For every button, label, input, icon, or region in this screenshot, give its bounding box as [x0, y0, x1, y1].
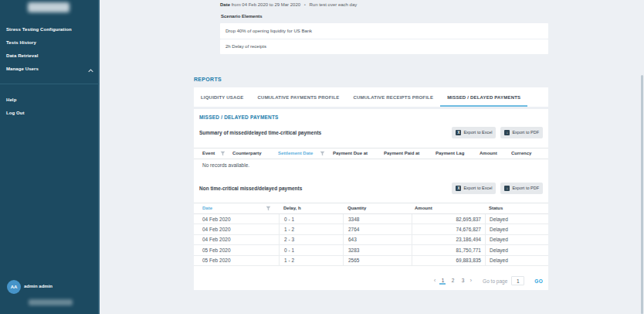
page-button-3[interactable]: 3 [459, 277, 466, 285]
previous-page-icon[interactable]: ‹ [434, 277, 436, 285]
column-header-payment-due-at[interactable]: Payment Due at [333, 151, 384, 155]
column-header-payment-paid-at[interactable]: Payment Paid at [384, 151, 436, 155]
column-header-quantity[interactable]: Quantity [343, 206, 412, 210]
filter-icon[interactable] [266, 206, 271, 211]
run-note: Run test over each day [310, 2, 358, 7]
date-range: from 04 Feb 2020 to 29 Mar 2020 [232, 2, 300, 7]
page-button-2[interactable]: 2 [449, 277, 456, 285]
cell-delay: 1 - 2 [279, 256, 343, 265]
sidebar-item-tests-history[interactable]: Tests History [0, 38, 100, 47]
sidebar-item-label: Stress Testing Configuration [6, 27, 72, 32]
column-label: Amount [415, 206, 432, 210]
export-excel-label: Export to Excel [463, 186, 492, 190]
cell-delay: 0 - 1 [279, 214, 343, 224]
column-header-counterparty[interactable]: Counterparty [232, 151, 278, 155]
cell-amount: 82,695,837 [412, 214, 485, 224]
page-button-1[interactable]: 1 [439, 277, 446, 285]
bullet-separator: • [304, 2, 306, 7]
column-header-payment-lag[interactable]: Payment Lag [436, 151, 480, 155]
cell-status: Delayed [485, 235, 548, 244]
tab-cumulative-receipts-profile[interactable]: CUMULATIVE RECEIPTS PROFILE [347, 87, 441, 107]
tab-label: CUMULATIVE RECEIPTS PROFILE [354, 95, 434, 100]
column-header-currency[interactable]: Currency [511, 151, 548, 155]
export-to-pdf-button[interactable]: ↓ Export to PDF [500, 183, 543, 194]
non-critical-section-header: Non time-critical missed/delayed payment… [199, 182, 543, 194]
cell-quantity: 2764 [343, 224, 412, 234]
sidebar-footer-text-blurred [29, 299, 73, 305]
column-header-settlement-date[interactable]: Settlement Date [278, 151, 333, 156]
cell-amount: 69,883,835 [412, 256, 485, 265]
sidebar: Stress Testing Configuration Tests Histo… [0, 0, 100, 314]
missed-delayed-panel: MISSED / DELAYED PAYMENTS Summary of mis… [194, 109, 548, 291]
scenario-elements-heading: Scenario Elements [221, 14, 263, 19]
filter-icon[interactable] [220, 151, 225, 156]
cell-status: Delayed [485, 214, 548, 224]
summary-title: Summary of missed/delayed time-critical … [199, 130, 321, 135]
tab-missed-delayed-payments[interactable]: MISSED / DELAYED PAYMENTS [440, 87, 527, 107]
column-label: Quantity [347, 206, 366, 210]
cell-status: Delayed [485, 245, 548, 254]
sidebar-item-label: Help [6, 97, 16, 102]
pdf-icon: ↓ [504, 130, 510, 135]
reports-tabbar: LIQUIDITY USAGE CUMULATIVE PAYMENTS PROF… [194, 87, 548, 107]
cell-date: 04 Feb 2020 [194, 214, 279, 224]
sidebar-item-data-retrieval[interactable]: Data Retrieval [0, 51, 100, 60]
user-name: admin admin [24, 284, 53, 288]
column-label: Status [489, 206, 503, 210]
cell-amount: 74,676,827 [412, 224, 485, 234]
export-to-pdf-button[interactable]: ↓ Export to PDF [500, 127, 543, 138]
sidebar-item-label: Data Retrieval [6, 53, 38, 58]
vertical-scrollbar[interactable] [641, 75, 643, 314]
column-label: Payment Lag [436, 151, 464, 155]
cell-quantity: 3283 [343, 245, 412, 254]
column-label: Currency [511, 151, 531, 155]
table-row: 05 Feb 2020 0 - 1 3283 81,750,771 Delaye… [194, 245, 548, 255]
cell-delay: 2 - 3 [279, 235, 343, 244]
sidebar-item-help[interactable]: Help [0, 95, 100, 104]
cell-quantity: 3348 [343, 214, 412, 224]
sidebar-item-stress-testing-configuration[interactable]: Stress Testing Configuration [0, 25, 100, 34]
go-button[interactable]: GO [534, 278, 543, 284]
sidebar-item-log-out[interactable]: Log Out [0, 108, 100, 118]
reports-heading: REPORTS [194, 77, 222, 82]
column-header-event[interactable]: Event [194, 151, 232, 156]
pdf-icon: ↓ [504, 186, 510, 191]
go-to-page-input[interactable] [511, 276, 524, 285]
export-to-excel-button[interactable]: X Export to Excel [452, 127, 496, 138]
column-header-status[interactable]: Status [485, 206, 548, 210]
tab-label: LIQUIDITY USAGE [201, 95, 244, 100]
scenario-item: Drop 40% of opening liquidity for US Ban… [220, 23, 548, 39]
filter-icon[interactable] [320, 151, 325, 156]
table-row: 04 Feb 2020 1 - 2 2764 74,676,827 Delaye… [194, 224, 548, 234]
column-label: Payment Due at [333, 151, 368, 155]
column-header-date[interactable]: Date [194, 206, 279, 211]
no-records-message: No records available. [202, 160, 249, 171]
next-page-icon[interactable]: › [469, 277, 472, 285]
cell-delay: 0 - 1 [279, 245, 343, 254]
column-label: Amount [480, 151, 497, 155]
test-date-summary: Date from 04 Feb 2020 to 29 Mar 2020 • R… [220, 2, 357, 7]
chevron-up-icon [88, 67, 93, 76]
cell-quantity: 2565 [343, 256, 412, 265]
cell-status: Delayed [485, 256, 548, 265]
tab-liquidity-usage[interactable]: LIQUIDITY USAGE [194, 87, 251, 107]
sidebar-item-manage-users[interactable]: Manage Users [0, 64, 100, 73]
tab-label: MISSED / DELAYED PAYMENTS [447, 95, 520, 100]
column-label: Date [202, 206, 212, 210]
sidebar-divider [0, 84, 100, 84]
table-row: 05 Feb 2020 1 - 2 2565 69,883,835 Delaye… [194, 256, 548, 266]
sidebar-item-label: Manage Users [6, 67, 39, 71]
export-to-excel-button[interactable]: X Export to Excel [452, 183, 496, 194]
column-label: Settlement Date [278, 151, 313, 155]
company-logo [28, 2, 69, 12]
excel-icon: X [456, 130, 461, 135]
export-pdf-label: Export to PDF [512, 130, 539, 135]
user-profile[interactable]: AA admin admin [0, 277, 100, 297]
cell-status: Delayed [485, 224, 548, 234]
column-header-amount[interactable]: Amount [480, 151, 511, 155]
cell-date: 05 Feb 2020 [194, 256, 279, 265]
tab-cumulative-payments-profile[interactable]: CUMULATIVE PAYMENTS PROFILE [251, 87, 347, 107]
column-header-amount[interactable]: Amount [412, 206, 485, 210]
column-label: Payment Paid at [384, 151, 419, 155]
column-header-delay[interactable]: Delay, h [279, 206, 343, 210]
